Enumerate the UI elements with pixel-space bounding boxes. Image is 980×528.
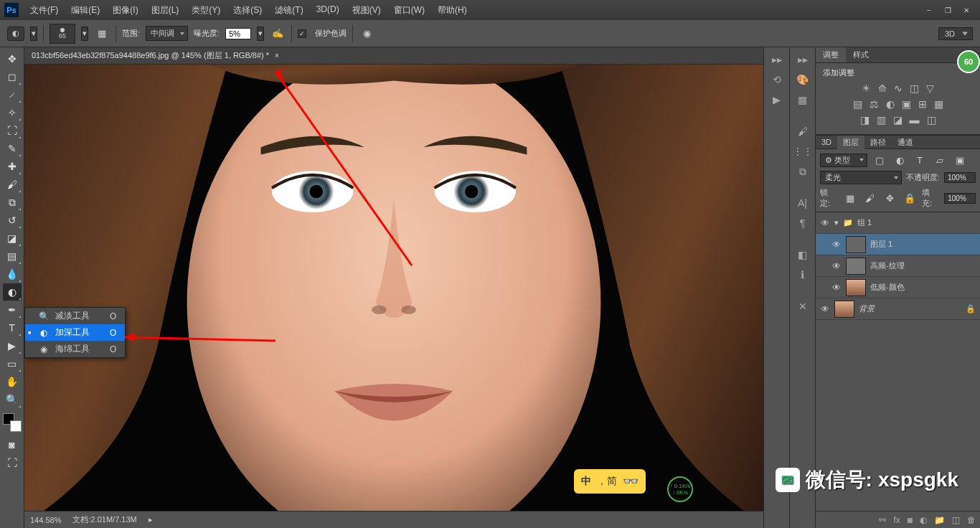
flyout-burn[interactable]: ◐ 加深工具 O — [25, 324, 125, 341]
layer-fx-icon[interactable]: fx — [893, 515, 900, 525]
visibility-toggle[interactable]: 👁 — [831, 283, 842, 293]
tablet-pressure-toggle[interactable]: ◉ — [359, 26, 374, 42]
tab-styles[interactable]: 样式 — [846, 47, 876, 62]
layer-row[interactable]: 👁 图层 1 — [816, 234, 980, 255]
ime-mode[interactable]: ，简 — [597, 475, 617, 488]
hand-tool[interactable]: ✋ — [3, 373, 22, 390]
adj-balance-icon[interactable]: ⚖ — [870, 98, 879, 110]
visibility-toggle[interactable]: 👁 — [831, 240, 842, 250]
menu-window[interactable]: 窗口(W) — [388, 1, 430, 19]
adj-brightness-icon[interactable]: ☀ — [862, 82, 871, 94]
fill-input[interactable]: 100% — [944, 193, 976, 204]
gradient-tool[interactable]: ▤ — [3, 248, 22, 265]
menu-3d[interactable]: 3D(D) — [311, 1, 345, 19]
blur-tool[interactable]: 💧 — [3, 265, 22, 283]
window-close[interactable]: ✕ — [957, 3, 976, 17]
adj-bw-icon[interactable]: ◐ — [886, 98, 895, 110]
menu-edit[interactable]: 编辑(E) — [65, 1, 105, 19]
mini-tools-icon[interactable]: ✕ — [795, 298, 811, 314]
exposure-dropdown[interactable]: ▾ — [257, 27, 264, 41]
adj-invert-icon[interactable]: ◨ — [860, 114, 870, 126]
magic-wand-tool[interactable]: ✧ — [3, 104, 22, 121]
mini-expand-icon[interactable]: ▸▸ — [795, 52, 811, 67]
layer-thumbnail[interactable] — [834, 301, 854, 318]
tool-preset-dropdown[interactable]: ▾ — [30, 27, 37, 41]
layer-name[interactable]: 低频-颜色 — [870, 282, 905, 293]
flyout-dodge[interactable]: 🔍 减淡工具 O — [25, 308, 125, 324]
brush-preset-picker[interactable]: 65 — [50, 24, 75, 44]
mini-history-icon[interactable]: ⟲ — [769, 72, 785, 88]
lock-position-icon[interactable]: ✥ — [882, 190, 898, 206]
status-arrow-icon[interactable]: ▸ — [149, 515, 153, 524]
tab-channels[interactable]: 通道 — [892, 136, 919, 149]
brush-dropdown[interactable]: ▾ — [81, 27, 88, 41]
filter-type-icon[interactable]: T — [912, 152, 928, 168]
layer-name[interactable]: 组 1 — [857, 217, 872, 228]
link-layers-icon[interactable]: ⚯ — [879, 515, 886, 525]
visibility-toggle[interactable]: 👁 — [820, 304, 830, 314]
document-tab[interactable]: 013cbf56ed43eb32f875a94488e9f6.jpg @ 145… — [24, 47, 763, 65]
airbrush-toggle[interactable]: ✍ — [270, 26, 286, 42]
window-maximize[interactable]: ❐ — [938, 3, 957, 17]
adj-poster-icon[interactable]: ▥ — [877, 114, 886, 126]
lasso-tool[interactable]: ⟋ — [3, 86, 22, 103]
marquee-tool[interactable]: ◻ — [3, 68, 22, 85]
color-swatches[interactable] — [3, 413, 22, 432]
adj-photo-icon[interactable]: ▣ — [902, 98, 911, 110]
protect-tones-checkbox[interactable]: ✓ — [298, 29, 306, 38]
mini-expand-icon[interactable]: ▸▸ — [769, 52, 785, 67]
eyedropper-tool[interactable]: ✎ — [3, 140, 22, 157]
visibility-toggle[interactable]: 👁 — [831, 261, 842, 271]
layer-name[interactable]: 高频-纹理 — [870, 260, 905, 271]
window-minimize[interactable]: − — [920, 3, 938, 17]
group-disclosure-icon[interactable]: ▾ — [834, 218, 839, 227]
layer-row[interactable]: 👁 低频-颜色 — [816, 277, 980, 298]
filter-shape-icon[interactable]: ▱ — [932, 152, 948, 168]
layer-row[interactable]: 👁 高频-纹理 — [816, 255, 980, 277]
layer-mask-icon[interactable]: ◙ — [908, 515, 913, 525]
adj-exposure-icon[interactable]: ◫ — [910, 82, 919, 94]
range-select[interactable]: 中间调 — [146, 26, 188, 41]
menu-help[interactable]: 帮助(H) — [432, 1, 473, 19]
brush-panel-toggle[interactable]: ▦ — [94, 26, 110, 42]
adj-selective-icon[interactable]: ◫ — [927, 114, 936, 126]
ime-bar[interactable]: 中 ，简 👓 — [574, 469, 646, 494]
menu-select[interactable]: 选择(S) — [227, 1, 268, 19]
lock-all-icon[interactable]: 🔒 — [902, 190, 918, 206]
pen-tool[interactable]: ✒ — [3, 301, 22, 319]
menu-file[interactable]: 文件(F) — [24, 1, 64, 19]
tab-3d[interactable]: 3D — [816, 136, 837, 148]
layer-name[interactable]: 背景 — [859, 303, 875, 314]
eraser-tool[interactable]: ◪ — [3, 230, 22, 247]
stamp-tool[interactable]: ⧉ — [3, 194, 22, 211]
adj-hue-icon[interactable]: ▤ — [853, 98, 862, 110]
healing-tool[interactable]: ✚ — [3, 158, 22, 175]
mini-brushpresets-icon[interactable]: ⋮⋮ — [795, 143, 811, 159]
new-group-icon[interactable]: 📁 — [934, 515, 945, 525]
lock-pixels-icon[interactable]: 🖌 — [862, 190, 878, 206]
menu-filter[interactable]: 滤镜(T) — [269, 1, 308, 19]
move-tool[interactable]: ✥ — [3, 50, 22, 67]
opacity-input[interactable]: 100% — [944, 172, 976, 183]
crop-tool[interactable]: ⛶ — [3, 122, 22, 139]
background-color[interactable] — [10, 420, 22, 432]
new-layer-icon[interactable]: ◫ — [952, 515, 960, 525]
mini-info-icon[interactable]: ℹ — [795, 267, 811, 283]
zoom-tool[interactable]: 🔍 — [3, 391, 22, 408]
close-tab-icon[interactable]: × — [275, 52, 279, 60]
mini-brush-icon[interactable]: 🖌 — [795, 123, 811, 139]
visibility-toggle[interactable]: 👁 — [820, 218, 830, 228]
tab-adjustments[interactable]: 调整 — [816, 47, 846, 62]
mini-char-icon[interactable]: A| — [795, 195, 811, 211]
layer-name[interactable]: 图层 1 — [870, 239, 892, 250]
layer-row-group[interactable]: 👁 ▾ 📁 组 1 — [816, 212, 980, 234]
canvas[interactable] — [24, 65, 763, 511]
adj-threshold-icon[interactable]: ◪ — [893, 114, 903, 126]
adj-gradmap-icon[interactable]: ▬ — [910, 114, 920, 126]
current-tool-icon[interactable]: ◐ — [7, 27, 24, 41]
zoom-level[interactable]: 144.58% — [30, 516, 61, 524]
mini-para-icon[interactable]: ¶ — [795, 215, 811, 231]
layer-thumbnail[interactable] — [846, 236, 866, 253]
brush-tool[interactable]: 🖌 — [3, 176, 22, 193]
adj-lookup-icon[interactable]: ▦ — [934, 98, 943, 110]
